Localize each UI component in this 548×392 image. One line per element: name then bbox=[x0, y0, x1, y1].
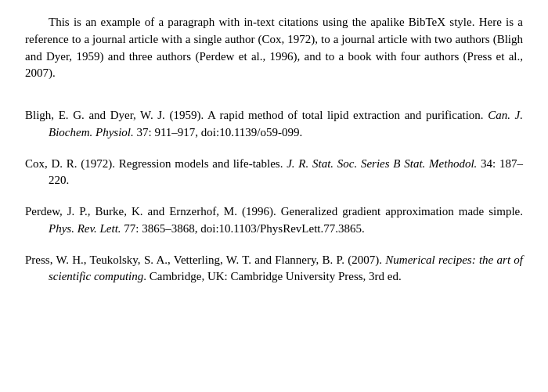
ref-perdew-rest: 77: 3865–3868, doi:10.1103/PhysRevLett.7… bbox=[121, 222, 365, 235]
ref-press-authors: Press, W. H., Teukolsky, S. A., Vetterli… bbox=[25, 254, 385, 266]
paragraph-section: This is an example of a paragraph with i… bbox=[25, 14, 523, 82]
ref-bligh-authors: Bligh, E. G. and Dyer, W. J. (1959). A r… bbox=[25, 109, 488, 121]
paragraph-text: This is an example of a paragraph with i… bbox=[25, 16, 523, 79]
references-section: Bligh, E. G. and Dyer, W. J. (1959). A r… bbox=[25, 107, 523, 286]
ref-bligh-rest: 37: 911–917, doi:10.1139/o59-099. bbox=[134, 126, 303, 138]
ref-entry-press: Press, W. H., Teukolsky, S. A., Vetterli… bbox=[25, 252, 523, 286]
ref-perdew-authors: Perdew, J. P., Burke, K. and Ernzerhof, … bbox=[25, 205, 523, 218]
ref-entry-perdew: Perdew, J. P., Burke, K. and Ernzerhof, … bbox=[25, 203, 523, 238]
ref-cox-authors: Cox, D. R. (1972). Regression models and… bbox=[25, 157, 287, 170]
ref-press-rest: . Cambridge, UK: Cambridge University Pr… bbox=[143, 270, 402, 282]
ref-cox-journal: J. R. Stat. Soc. Series B Stat. Methodol… bbox=[287, 157, 477, 170]
ref-perdew-journal: Phys. Rev. Lett. bbox=[49, 222, 121, 235]
ref-entry-bligh: Bligh, E. G. and Dyer, W. J. (1959). A r… bbox=[25, 107, 523, 142]
ref-entry-cox: Cox, D. R. (1972). Regression models and… bbox=[25, 156, 523, 190]
